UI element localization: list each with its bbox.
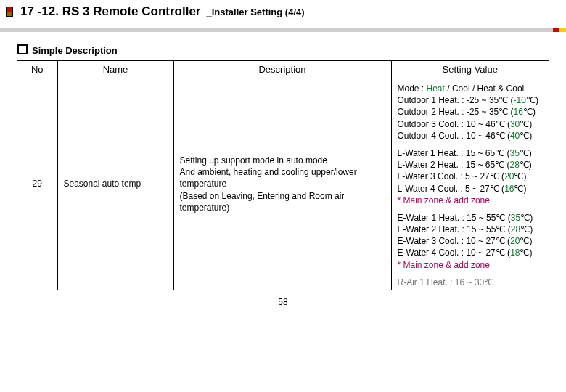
- sv-e2c: ℃): [520, 224, 533, 234]
- sv-e1a: E-Water 1 Heat. : 15 ~ 55℃ (: [398, 213, 511, 223]
- cell-setting-value-block2: L-Water 1 Heat. : 15 ~ 65℃ (35℃) L-Water…: [391, 143, 549, 208]
- cell-name: Seasonal auto temp: [57, 78, 173, 290]
- sv-l2b: 28: [509, 160, 519, 170]
- sv-e1c: ℃): [520, 213, 533, 223]
- page-number: 58: [0, 290, 566, 307]
- table-row: 29 Seasonal auto temp Setting up support…: [17, 78, 549, 143]
- sv-mode-heat: Heat: [427, 83, 445, 94]
- page-title-sub: _Installer Setting (4/4): [206, 7, 304, 17]
- sv-e1b: 35: [511, 213, 520, 223]
- sv-l4b: 16: [504, 184, 514, 194]
- sv-o1c: ℃): [526, 95, 538, 105]
- sv-l1a: L-Water 1 Heat. : 15 ~ 65℃ (: [398, 148, 510, 158]
- table-header-row: No Name Description Setting Value: [17, 61, 549, 78]
- sv-o2a: Outdoor 2 Heat. : -25 ~ 35℃ (: [398, 107, 514, 117]
- sv-o3c: ℃): [520, 119, 532, 129]
- brand-logo: [6, 7, 13, 17]
- sv-note1: * Main zone & add zone: [398, 195, 490, 205]
- cell-setting-value-block1: Mode : Heat / Cool / Heat & Cool Outdoor…: [391, 78, 549, 143]
- settings-table: No Name Description Setting Value 29 Sea…: [17, 60, 549, 290]
- cell-desc: Setting up support mode in auto mode And…: [173, 78, 391, 290]
- sv-o2b: 16: [514, 107, 523, 117]
- sv-l2c: ℃): [520, 160, 532, 170]
- sv-e4c: ℃): [520, 248, 532, 258]
- cell-setting-value-cutoff: R-Air 1 Heat. : 16 ~ 30℃: [391, 272, 549, 290]
- col-no-header: No: [17, 61, 57, 78]
- sv-o2c: ℃): [523, 107, 536, 117]
- sv-note2: * Main zone & add zone: [398, 260, 490, 270]
- sv-l4a: L-Water 4 Cool. : 5 ~ 27℃ (: [398, 184, 505, 194]
- sv-e3a: E-Water 3 Cool. : 10 ~ 27℃ (: [398, 236, 511, 246]
- sv-o3b: 30: [510, 119, 520, 129]
- sv-o4a: Outdoor 4 Cool. : 10 ~ 46℃ (: [398, 131, 510, 141]
- sv-e2a: E-Water 2 Heat. : 15 ~ 55℃ (: [398, 224, 511, 234]
- sv-l3b: 20: [504, 171, 514, 181]
- page-title-main: 17 -12. RS 3 Remote Controller: [20, 4, 200, 19]
- sv-e3b: 20: [510, 236, 520, 246]
- sv-e4a: E-Water 4 Cool. : 10 ~ 27℃ (: [398, 248, 511, 258]
- sv-o1b: -10: [514, 95, 526, 105]
- sv-o4c: ℃): [520, 131, 532, 141]
- sv-l3c: ℃): [514, 171, 526, 181]
- sv-e2b: 28: [511, 224, 520, 234]
- sv-o4b: 40: [510, 131, 520, 141]
- sv-l2a: L-Water 2 Heat. : 15 ~ 65℃ (: [398, 160, 510, 170]
- col-val-header: Setting Value: [391, 61, 549, 78]
- header-divider: [0, 28, 566, 32]
- sv-e4b: 18: [510, 248, 520, 258]
- sv-o3a: Outdoor 3 Cool. : 10 ~ 46℃ (: [398, 119, 510, 129]
- sv-l1b: 35: [509, 148, 519, 158]
- sv-l4c: ℃): [514, 184, 526, 194]
- sv-l1c: ℃): [520, 148, 532, 158]
- section-title: Simple Description: [17, 44, 549, 56]
- sv-l3a: L-Water 3 Cool. : 5 ~ 27℃ (: [398, 171, 505, 181]
- cell-no: 29: [17, 78, 57, 290]
- sv-o1a: Outdoor 1 Heat. : -25 ~ 35℃ (: [398, 95, 514, 105]
- sv-mode-label: Mode :: [398, 83, 427, 94]
- cell-setting-value-block3: E-Water 1 Heat. : 15 ~ 55℃ (35℃) E-Water…: [391, 208, 549, 272]
- col-name-header: Name: [57, 61, 173, 78]
- sv-e3c: ℃): [520, 236, 532, 246]
- col-desc-header: Description: [173, 61, 391, 78]
- sv-mode-rest: / Cool / Heat & Cool: [445, 83, 524, 94]
